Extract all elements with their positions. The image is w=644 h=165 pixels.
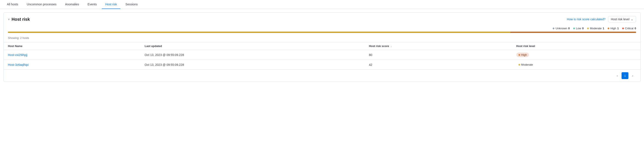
risk-score-cell: 42 — [365, 60, 512, 70]
dropdown-label: Host risk level — [611, 18, 630, 21]
legend-label-high: High — [610, 27, 616, 30]
legend-dot-unknown — [553, 28, 554, 29]
legend-label-low: Low — [576, 27, 581, 30]
risk-calc-link[interactable]: How is risk score calculated? — [567, 18, 606, 21]
navigation-tabs: All hosts Uncommon processes Anomalies E… — [0, 0, 644, 9]
panel-title: Host risk — [12, 17, 30, 22]
legend-count-unknown: 0 — [568, 27, 570, 30]
risk-level-dropdown[interactable]: Host risk level ⌄ — [608, 16, 636, 22]
tab-sessions[interactable]: Sessions — [122, 0, 141, 9]
legend-label-critical: Critical — [625, 27, 634, 30]
risk-badge-high: High — [516, 52, 529, 57]
legend-dot-moderate — [587, 28, 589, 29]
legend-count-critical: 0 — [634, 27, 636, 30]
risk-badge-dot — [518, 54, 520, 56]
tab-events[interactable]: Events — [84, 0, 100, 9]
progress-segment-yellow — [8, 32, 510, 33]
legend-count-high: 1 — [617, 27, 619, 30]
risk-badge-dot — [518, 64, 520, 66]
panel-title-group: ∨ Host risk — [8, 17, 30, 22]
legend-label-moderate: Moderate — [590, 27, 602, 30]
host-risk-table: Host Name Last updated Host risk score ↓… — [4, 42, 640, 70]
risk-score-cell: 80 — [365, 50, 512, 60]
table-row: Host-vxi29ihpjj Oct 13, 2023 @ 09:55:09.… — [4, 50, 640, 60]
col-risk-score-label: Host risk score — [369, 44, 389, 48]
last-updated-cell: Oct 13, 2023 @ 09:55:09.228 — [140, 50, 365, 60]
host-name-cell: Host-vxi29ihpjj — [4, 50, 140, 60]
host-risk-panel: ∨ Host risk How is risk score calculated… — [4, 12, 640, 82]
table-row: Host-3z6aqlhipi Oct 13, 2023 @ 09:55:09.… — [4, 60, 640, 70]
legend-item-moderate: Moderate 1 — [587, 27, 604, 30]
col-host-risk-score[interactable]: Host risk score ↓ — [365, 42, 512, 50]
pagination-row: ‹ 1 › — [4, 70, 640, 82]
legend-dot-low — [573, 28, 575, 29]
risk-badge-label: Moderate — [521, 63, 533, 66]
table-header-row: Host Name Last updated Host risk score ↓… — [4, 42, 640, 50]
legend-label-unknown: Unknown — [556, 27, 567, 30]
host-name-link[interactable]: Host-vxi29ihpjj — [8, 53, 27, 57]
legend-row: Unknown 0 Low 0 Moderate 1 High 1 — [4, 26, 640, 32]
panel-header: ∨ Host risk How is risk score calculated… — [4, 12, 640, 26]
sort-icon: ↓ — [391, 45, 392, 48]
prev-page-button[interactable]: ‹ — [614, 72, 621, 79]
legend-item-low: Low 0 — [573, 27, 584, 30]
legend-item-unknown: Unknown 0 — [553, 27, 570, 30]
progress-segment-orange — [510, 32, 636, 33]
col-last-updated: Last updated — [140, 42, 365, 50]
legend-item-critical: Critical 0 — [622, 27, 636, 30]
legend-count-low: 0 — [582, 27, 584, 30]
panel-header-right: How is risk score calculated? Host risk … — [567, 16, 636, 22]
chevron-down-icon: ⌄ — [631, 18, 633, 21]
col-host-name: Host Name — [4, 42, 140, 50]
risk-badge-moderate: Moderate — [516, 62, 535, 67]
col-host-risk-level: Host risk level — [512, 42, 640, 50]
tab-all-hosts[interactable]: All hosts — [4, 0, 22, 9]
legend-item-high: High 1 — [608, 27, 619, 30]
legend-dot-critical — [622, 28, 624, 29]
host-name-cell: Host-3z6aqlhipi — [4, 60, 140, 70]
tab-host-risk[interactable]: Host risk — [102, 0, 120, 9]
tab-uncommon-processes[interactable]: Uncommon processes — [23, 0, 60, 9]
risk-badge-label: High — [521, 53, 527, 56]
legend-count-moderate: 1 — [603, 27, 604, 30]
last-updated-cell: Oct 13, 2023 @ 09:55:09.228 — [140, 60, 365, 70]
risk-level-cell: Moderate — [512, 60, 640, 70]
main-content: ∨ Host risk How is risk score calculated… — [0, 9, 644, 85]
legend-dot-high — [608, 28, 609, 29]
page-1-button[interactable]: 1 — [622, 72, 628, 79]
showing-count: Showing: 2 hosts — [4, 36, 640, 42]
tab-anomalies[interactable]: Anomalies — [62, 0, 82, 9]
risk-level-cell: High — [512, 50, 640, 60]
next-page-button[interactable]: › — [629, 72, 636, 79]
progress-bar — [8, 32, 636, 33]
collapse-icon[interactable]: ∨ — [8, 18, 10, 21]
host-name-link[interactable]: Host-3z6aqlhipi — [8, 63, 29, 66]
